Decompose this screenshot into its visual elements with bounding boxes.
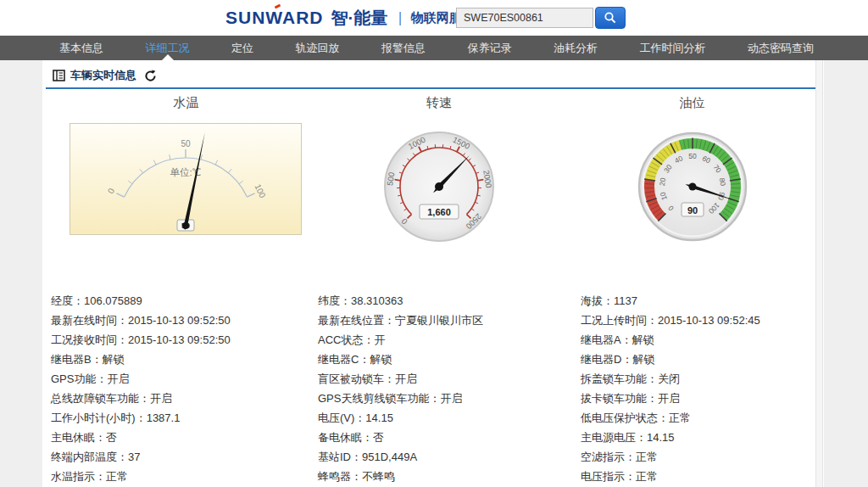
- info-row: 主电源电压：14.15: [581, 428, 824, 447]
- info-row: 基站ID：951D,449A: [318, 447, 581, 467]
- search-button[interactable]: [595, 7, 626, 29]
- nav-item-9[interactable]: 动态密码查询: [748, 36, 814, 60]
- brand-text: SUNWARD: [225, 8, 324, 27]
- svg-text:50: 50: [181, 139, 192, 148]
- info-row: 终端内部温度：37: [51, 447, 318, 467]
- fuel-gauge: 010203040506070809010090: [629, 123, 756, 250]
- info-row: 电压指示：正常: [581, 467, 824, 486]
- info-row: 纬度：38.310363: [318, 291, 581, 311]
- gauge-value-text: 90: [687, 205, 698, 216]
- info-row: 继电器C：解锁: [318, 350, 581, 369]
- brand-sunward: SUNWARD: [225, 8, 324, 28]
- content-area: 车辆实时信息 水温 050100单位:℃59 转速 05001000150020…: [0, 60, 868, 487]
- info-row: 海拔：1137: [581, 291, 824, 311]
- water-temp-gauge: 050100单位:℃59: [70, 123, 302, 235]
- info-column-2: 纬度：38.310363最新在线位置：宁夏银川银川市区ACC状态：开继电器C：解…: [318, 291, 581, 486]
- info-row: 拔卡锁车功能：开启: [581, 389, 824, 408]
- nav-item-8[interactable]: 工作时间分析: [640, 36, 706, 60]
- nav-item-4[interactable]: 轨迹回放: [296, 36, 340, 60]
- gauge-row: 水温 050100单位:℃59 转速 050010001500200025001…: [42, 94, 824, 250]
- search-input[interactable]: [456, 8, 593, 28]
- nav-item-1[interactable]: 基本信息: [59, 36, 103, 60]
- info-row: 低电压保护状态：正常: [581, 408, 824, 428]
- top-header: SUNWARD 智·能量 ｜ 物联网服务平台: [0, 0, 868, 36]
- info-row: 总线故障锁车功能：开启: [51, 389, 318, 408]
- info-row: 备电休眠：否: [318, 428, 581, 447]
- info-row: 工况上传时间：2015-10-13 09:52:45: [581, 311, 824, 330]
- section-header: 车辆实时信息: [46, 60, 821, 89]
- info-row: 工作小时计(小时)：1387.1: [51, 408, 318, 428]
- gauge-rpm-title: 转速: [426, 94, 452, 111]
- gauge-rpm: 转速 050010001500200025001,660: [313, 94, 566, 250]
- nav-item-3[interactable]: 定位: [231, 36, 253, 60]
- info-row: 蜂鸣器：不蜂鸣: [318, 467, 581, 486]
- search-icon: [604, 11, 617, 25]
- info-row: 工况接收时间：2015-10-13 09:52:50: [51, 330, 318, 350]
- svg-text:50: 50: [688, 152, 697, 160]
- active-tab-caret: [162, 54, 174, 60]
- gauge-value-text: 1,660: [427, 207, 451, 217]
- info-row: 继电器B：解锁: [51, 350, 318, 369]
- nav-item-5[interactable]: 报警信息: [381, 36, 426, 60]
- nav-item-2[interactable]: 详细工况: [146, 36, 190, 60]
- info-row: 电压(V)：14.15: [318, 408, 581, 428]
- info-row: 水温指示：正常: [51, 467, 318, 486]
- gauge-fuel-title: 油位: [680, 94, 705, 111]
- info-column-3: 海拔：1137工况上传时间：2015-10-13 09:52:45继电器A：解锁…: [581, 291, 824, 486]
- info-row: 最新在线时间：2015-10-13 09:52:50: [51, 311, 318, 330]
- content-panel: 车辆实时信息 水温 050100单位:℃59 转速 05001000150020…: [42, 60, 824, 487]
- gauge-fuel: 油位 010203040506070809010090: [565, 94, 819, 250]
- info-row: 空滤指示：正常: [581, 447, 824, 467]
- book-icon: [53, 70, 65, 81]
- scrollbar-track[interactable]: [815, 60, 823, 487]
- rpm-gauge: 050010001500200025001,660: [376, 123, 503, 250]
- main-nav: 基本信息详细工况定位轨迹回放报警信息保养记录油耗分析工作时间分析动态密码查询: [0, 36, 868, 60]
- info-row: 主电休眠：否: [51, 428, 318, 447]
- brand-cn: 智·能量: [331, 7, 388, 30]
- info-row: GPS天线剪线锁车功能：开启: [318, 389, 581, 408]
- brand-divider: ｜: [393, 9, 407, 27]
- gauge-water-temp: 水温 050100单位:℃59: [59, 94, 313, 250]
- nav-item-7[interactable]: 油耗分析: [554, 36, 598, 60]
- refresh-icon[interactable]: [144, 70, 157, 82]
- info-row: 拆盖锁车功能：关闭: [581, 369, 824, 389]
- info-row: 经度：106.075889: [51, 291, 318, 311]
- info-row: 最新在线位置：宁夏银川银川市区: [318, 311, 581, 330]
- info-row: ACC状态：开: [318, 330, 581, 350]
- vehicle-search: [456, 7, 626, 29]
- gauge-water-title: 水温: [173, 94, 198, 111]
- section-title: 车辆实时信息: [70, 68, 136, 83]
- svg-text:20: 20: [657, 177, 666, 187]
- nav-list: 基本信息详细工况定位轨迹回放报警信息保养记录油耗分析工作时间分析动态密码查询: [0, 36, 868, 60]
- svg-text:80: 80: [718, 177, 727, 187]
- info-column-1: 经度：106.075889最新在线时间：2015-10-13 09:52:50工…: [51, 291, 318, 486]
- info-row: 继电器D：解锁: [581, 350, 824, 369]
- info-row: 继电器A：解锁: [581, 330, 824, 350]
- info-row: 盲区被动锁车：开启: [318, 369, 581, 389]
- nav-item-6[interactable]: 保养记录: [468, 36, 512, 60]
- info-grid: 经度：106.075889最新在线时间：2015-10-13 09:52:50工…: [42, 291, 824, 486]
- info-row: GPS功能：开启: [51, 369, 318, 389]
